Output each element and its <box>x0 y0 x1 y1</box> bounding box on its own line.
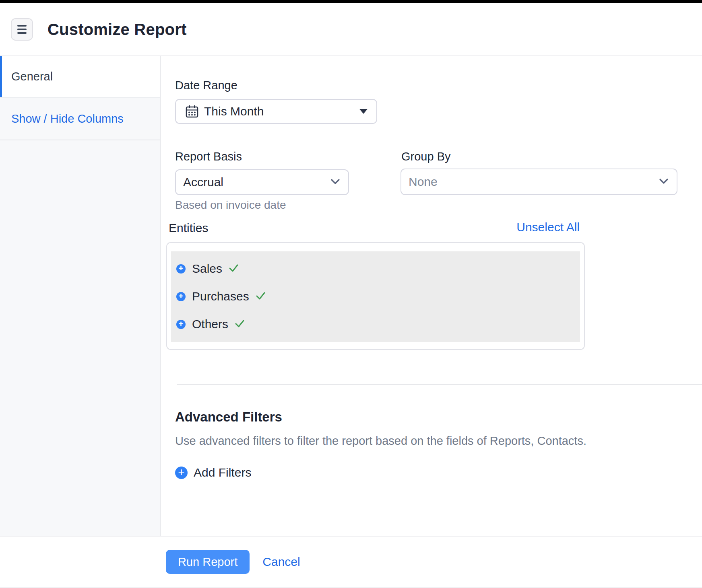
entity-row-others[interactable]: Others <box>171 311 580 337</box>
date-range-dropdown[interactable]: This Month <box>175 99 377 124</box>
date-range-label: Date Range <box>175 79 237 92</box>
plus-circle-icon[interactable] <box>176 292 186 301</box>
group-by-label: Group By <box>401 150 451 163</box>
advanced-filters-title: Advanced Filters <box>175 409 282 425</box>
run-report-button[interactable]: Run Report <box>166 550 250 574</box>
report-basis-value: Accrual <box>183 175 223 189</box>
header: Customize Report <box>0 3 702 56</box>
group-by-value: None <box>409 175 438 189</box>
entities-label: Entities <box>169 221 208 235</box>
report-basis-hint: Based on invoice date <box>175 199 286 212</box>
footer-bar: Run Report Cancel <box>0 536 702 588</box>
check-icon <box>228 263 239 274</box>
plus-circle-icon[interactable] <box>176 264 186 273</box>
cancel-link[interactable]: Cancel <box>262 555 300 569</box>
entity-row-purchases[interactable]: Purchases <box>171 284 580 309</box>
entities-list: Sales Purchases <box>171 251 580 342</box>
hamburger-menu-button[interactable] <box>11 18 33 41</box>
customize-report-page: Customize Report General Show / Hide Col… <box>0 0 702 588</box>
general-panel: Date Range This Month Report Basis <box>161 56 702 536</box>
chevron-down-icon <box>330 179 340 186</box>
plus-circle-icon[interactable] <box>176 320 186 329</box>
plus-circle-icon <box>175 467 188 479</box>
top-black-strip <box>0 0 702 3</box>
caret-down-icon <box>359 109 368 114</box>
sidebar-item-general[interactable]: General <box>0 56 160 98</box>
entity-label: Purchases <box>192 290 249 303</box>
add-filters-label: Add Filters <box>194 466 251 479</box>
entity-row-sales[interactable]: Sales <box>171 256 580 282</box>
entity-label: Others <box>192 317 228 331</box>
add-filters-button[interactable]: Add Filters <box>175 466 251 479</box>
sidebar-item-label: Show / Hide Columns <box>11 112 124 125</box>
advanced-filters-description: Use advanced filters to filter the repor… <box>175 434 586 448</box>
report-basis-label: Report Basis <box>175 150 242 163</box>
sidebar-item-show-hide-columns[interactable]: Show / Hide Columns <box>0 98 160 140</box>
report-basis-dropdown[interactable]: Accrual <box>175 169 349 195</box>
entity-label: Sales <box>192 262 222 275</box>
page-title: Customize Report <box>47 21 186 39</box>
active-tab-indicator <box>0 56 2 97</box>
calendar-icon <box>185 105 199 118</box>
chevron-down-icon <box>659 178 669 186</box>
entities-box: Sales Purchases <box>166 242 585 350</box>
sidebar-item-label: General <box>11 70 53 83</box>
group-by-dropdown[interactable]: None <box>401 169 677 195</box>
sidebar: General Show / Hide Columns <box>0 56 161 536</box>
check-icon <box>234 319 245 330</box>
unselect-all-link[interactable]: Unselect All <box>516 220 580 234</box>
check-icon <box>255 291 266 302</box>
date-range-value: This Month <box>204 105 264 118</box>
section-divider <box>177 384 702 385</box>
